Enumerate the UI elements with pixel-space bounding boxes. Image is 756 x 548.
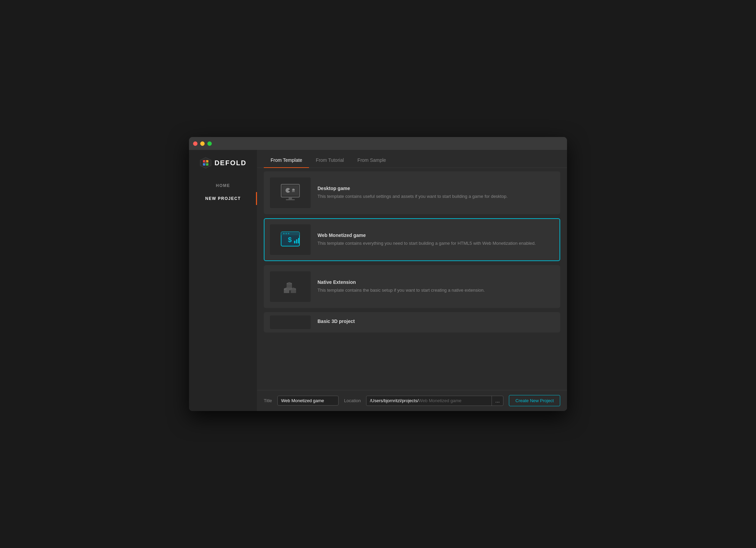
template-item-native-extension[interactable]: Native Extension This template contains … [264, 265, 560, 308]
browse-button[interactable]: ... [492, 396, 503, 406]
titlebar [189, 137, 567, 150]
svg-point-37 [288, 282, 291, 285]
minimize-button[interactable] [200, 141, 205, 146]
location-wrapper: /Users/bjornritzl/projects/Web Monetized… [366, 396, 503, 406]
title-label: Title [264, 398, 272, 403]
svg-point-14 [293, 189, 294, 190]
tabs-bar: From Template From Tutorial From Sample [257, 153, 567, 168]
template-desktop-desc: This template contains useful settings a… [317, 193, 554, 200]
svg-rect-9 [286, 199, 295, 200]
template-item-desktop-game[interactable]: Desktop game This template contains usef… [264, 171, 560, 214]
template-web-title: Web Monetized game [317, 233, 554, 238]
template-web-info: Web Monetized game This template contain… [317, 233, 554, 247]
svg-rect-23 [294, 241, 295, 243]
defold-logo-icon [200, 157, 212, 169]
svg-point-15 [294, 189, 295, 190]
tab-from-sample[interactable]: From Sample [351, 153, 393, 168]
web-game-icon: $ [270, 224, 311, 255]
template-web-desc: This template contains everything you ne… [317, 240, 554, 247]
svg-point-34 [292, 288, 295, 290]
create-new-project-button[interactable]: Create New Project [509, 395, 560, 406]
close-button[interactable] [193, 141, 197, 146]
template-3d-info: Basic 3D project [317, 319, 554, 326]
logo-text: DEFOLD [214, 159, 246, 167]
template-list: Desktop game This template contains usef… [257, 168, 567, 390]
traffic-lights [193, 141, 212, 146]
svg-rect-5 [204, 161, 207, 164]
svg-rect-25 [298, 238, 299, 243]
template-native-desc: This template contains the basic setup i… [317, 287, 554, 294]
app-body: DEFOLD HOME NEW PROJECT From Template Fr… [189, 150, 567, 411]
basic-3d-icon [270, 315, 311, 329]
template-3d-title: Basic 3D project [317, 319, 554, 324]
native-ext-icon [270, 271, 311, 302]
nav-items: HOME NEW PROJECT [189, 179, 257, 205]
footer-bar: Title Location /Users/bjornritzl/project… [257, 390, 567, 411]
desktop-game-icon [270, 177, 311, 208]
template-native-info: Native Extension This template contains … [317, 279, 554, 294]
app-window: DEFOLD HOME NEW PROJECT From Template Fr… [189, 137, 567, 411]
sidebar-item-new-project[interactable]: NEW PROJECT [189, 192, 257, 205]
location-base: /Users/bjornritzl/projects/ [370, 398, 418, 403]
template-desktop-title: Desktop game [317, 186, 554, 191]
svg-point-19 [283, 233, 285, 234]
svg-rect-24 [296, 239, 297, 243]
svg-rect-8 [289, 197, 292, 199]
template-desktop-info: Desktop game This template contains usef… [317, 186, 554, 200]
location-label: Location [344, 398, 361, 403]
location-project: Web Monetized game [418, 398, 461, 403]
logo-area: DEFOLD [196, 157, 250, 169]
sidebar: DEFOLD HOME NEW PROJECT [189, 150, 257, 411]
tab-from-tutorial[interactable]: From Tutorial [309, 153, 350, 168]
maximize-button[interactable] [207, 141, 212, 146]
svg-point-21 [288, 233, 289, 234]
svg-rect-13 [292, 191, 295, 192]
template-native-title: Native Extension [317, 279, 554, 285]
svg-point-20 [286, 233, 287, 234]
sidebar-item-home[interactable]: HOME [189, 179, 257, 192]
svg-text:$: $ [288, 236, 292, 243]
tab-from-template[interactable]: From Template [264, 153, 309, 168]
title-input[interactable] [277, 396, 339, 406]
location-display: /Users/bjornritzl/projects/Web Monetized… [366, 396, 492, 405]
template-item-web-monetized[interactable]: $ Web Monetized game This template conta… [264, 218, 560, 261]
main-content: From Template From Tutorial From Sample [257, 150, 567, 411]
template-item-basic-3d[interactable]: Basic 3D project [264, 312, 560, 332]
